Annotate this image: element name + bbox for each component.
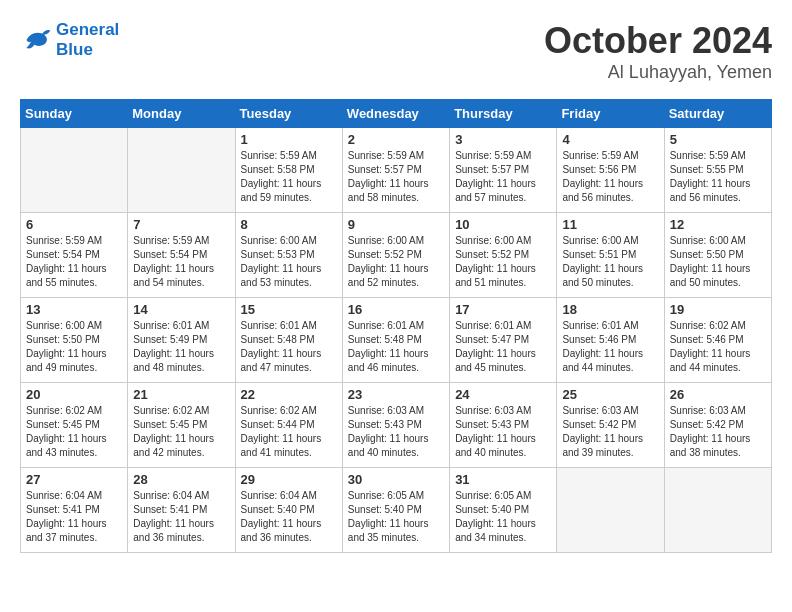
day-number: 3 [455, 132, 551, 147]
calendar-cell: 14Sunrise: 6:01 AM Sunset: 5:49 PM Dayli… [128, 298, 235, 383]
calendar-cell: 13Sunrise: 6:00 AM Sunset: 5:50 PM Dayli… [21, 298, 128, 383]
logo: General Blue [20, 20, 119, 59]
day-info: Sunrise: 5:59 AM Sunset: 5:54 PM Dayligh… [26, 234, 122, 290]
calendar-cell: 6Sunrise: 5:59 AM Sunset: 5:54 PM Daylig… [21, 213, 128, 298]
calendar-table: SundayMondayTuesdayWednesdayThursdayFrid… [20, 99, 772, 553]
day-info: Sunrise: 6:05 AM Sunset: 5:40 PM Dayligh… [348, 489, 444, 545]
weekday-header-cell: Thursday [450, 100, 557, 128]
calendar-cell: 12Sunrise: 6:00 AM Sunset: 5:50 PM Dayli… [664, 213, 771, 298]
calendar-cell [128, 128, 235, 213]
calendar-cell [557, 468, 664, 553]
day-number: 28 [133, 472, 229, 487]
calendar-cell: 10Sunrise: 6:00 AM Sunset: 5:52 PM Dayli… [450, 213, 557, 298]
day-number: 15 [241, 302, 337, 317]
calendar-row: 13Sunrise: 6:00 AM Sunset: 5:50 PM Dayli… [21, 298, 772, 383]
day-info: Sunrise: 6:02 AM Sunset: 5:44 PM Dayligh… [241, 404, 337, 460]
day-info: Sunrise: 6:01 AM Sunset: 5:46 PM Dayligh… [562, 319, 658, 375]
day-number: 29 [241, 472, 337, 487]
day-number: 13 [26, 302, 122, 317]
calendar-cell: 3Sunrise: 5:59 AM Sunset: 5:57 PM Daylig… [450, 128, 557, 213]
weekday-header-cell: Saturday [664, 100, 771, 128]
day-info: Sunrise: 5:59 AM Sunset: 5:56 PM Dayligh… [562, 149, 658, 205]
calendar-cell: 22Sunrise: 6:02 AM Sunset: 5:44 PM Dayli… [235, 383, 342, 468]
month-title: October 2024 [544, 20, 772, 62]
day-info: Sunrise: 6:00 AM Sunset: 5:50 PM Dayligh… [670, 234, 766, 290]
day-number: 27 [26, 472, 122, 487]
calendar-cell: 11Sunrise: 6:00 AM Sunset: 5:51 PM Dayli… [557, 213, 664, 298]
day-number: 25 [562, 387, 658, 402]
location-title: Al Luhayyah, Yemen [544, 62, 772, 83]
calendar-cell: 29Sunrise: 6:04 AM Sunset: 5:40 PM Dayli… [235, 468, 342, 553]
calendar-cell: 28Sunrise: 6:04 AM Sunset: 5:41 PM Dayli… [128, 468, 235, 553]
day-info: Sunrise: 6:04 AM Sunset: 5:40 PM Dayligh… [241, 489, 337, 545]
day-info: Sunrise: 6:04 AM Sunset: 5:41 PM Dayligh… [133, 489, 229, 545]
day-info: Sunrise: 5:59 AM Sunset: 5:58 PM Dayligh… [241, 149, 337, 205]
page-header: General Blue October 2024 Al Luhayyah, Y… [20, 20, 772, 83]
day-number: 26 [670, 387, 766, 402]
day-info: Sunrise: 6:03 AM Sunset: 5:42 PM Dayligh… [562, 404, 658, 460]
calendar-cell: 20Sunrise: 6:02 AM Sunset: 5:45 PM Dayli… [21, 383, 128, 468]
day-info: Sunrise: 6:00 AM Sunset: 5:51 PM Dayligh… [562, 234, 658, 290]
day-info: Sunrise: 6:01 AM Sunset: 5:47 PM Dayligh… [455, 319, 551, 375]
day-number: 21 [133, 387, 229, 402]
day-info: Sunrise: 6:01 AM Sunset: 5:49 PM Dayligh… [133, 319, 229, 375]
weekday-header-cell: Wednesday [342, 100, 449, 128]
day-number: 18 [562, 302, 658, 317]
day-number: 23 [348, 387, 444, 402]
calendar-cell: 5Sunrise: 5:59 AM Sunset: 5:55 PM Daylig… [664, 128, 771, 213]
calendar-cell: 23Sunrise: 6:03 AM Sunset: 5:43 PM Dayli… [342, 383, 449, 468]
day-number: 20 [26, 387, 122, 402]
day-number: 12 [670, 217, 766, 232]
day-info: Sunrise: 6:05 AM Sunset: 5:40 PM Dayligh… [455, 489, 551, 545]
day-info: Sunrise: 6:02 AM Sunset: 5:46 PM Dayligh… [670, 319, 766, 375]
calendar-cell: 7Sunrise: 5:59 AM Sunset: 5:54 PM Daylig… [128, 213, 235, 298]
day-number: 10 [455, 217, 551, 232]
day-number: 2 [348, 132, 444, 147]
day-number: 5 [670, 132, 766, 147]
day-info: Sunrise: 5:59 AM Sunset: 5:57 PM Dayligh… [348, 149, 444, 205]
day-number: 6 [26, 217, 122, 232]
calendar-cell: 8Sunrise: 6:00 AM Sunset: 5:53 PM Daylig… [235, 213, 342, 298]
logo-bird-icon [20, 24, 52, 56]
calendar-cell: 25Sunrise: 6:03 AM Sunset: 5:42 PM Dayli… [557, 383, 664, 468]
day-info: Sunrise: 6:01 AM Sunset: 5:48 PM Dayligh… [241, 319, 337, 375]
calendar-cell: 15Sunrise: 6:01 AM Sunset: 5:48 PM Dayli… [235, 298, 342, 383]
calendar-body: 1Sunrise: 5:59 AM Sunset: 5:58 PM Daylig… [21, 128, 772, 553]
calendar-cell: 21Sunrise: 6:02 AM Sunset: 5:45 PM Dayli… [128, 383, 235, 468]
weekday-header-cell: Tuesday [235, 100, 342, 128]
day-number: 22 [241, 387, 337, 402]
day-number: 7 [133, 217, 229, 232]
calendar-cell: 31Sunrise: 6:05 AM Sunset: 5:40 PM Dayli… [450, 468, 557, 553]
logo-text: General Blue [56, 20, 119, 59]
day-number: 11 [562, 217, 658, 232]
calendar-row: 27Sunrise: 6:04 AM Sunset: 5:41 PM Dayli… [21, 468, 772, 553]
day-number: 17 [455, 302, 551, 317]
day-info: Sunrise: 6:01 AM Sunset: 5:48 PM Dayligh… [348, 319, 444, 375]
day-number: 30 [348, 472, 444, 487]
day-info: Sunrise: 6:00 AM Sunset: 5:53 PM Dayligh… [241, 234, 337, 290]
calendar-cell: 19Sunrise: 6:02 AM Sunset: 5:46 PM Dayli… [664, 298, 771, 383]
day-number: 8 [241, 217, 337, 232]
day-info: Sunrise: 6:00 AM Sunset: 5:52 PM Dayligh… [455, 234, 551, 290]
day-number: 19 [670, 302, 766, 317]
day-number: 4 [562, 132, 658, 147]
day-info: Sunrise: 6:02 AM Sunset: 5:45 PM Dayligh… [133, 404, 229, 460]
day-number: 31 [455, 472, 551, 487]
day-info: Sunrise: 6:03 AM Sunset: 5:43 PM Dayligh… [348, 404, 444, 460]
day-info: Sunrise: 6:03 AM Sunset: 5:42 PM Dayligh… [670, 404, 766, 460]
title-block: October 2024 Al Luhayyah, Yemen [544, 20, 772, 83]
calendar-cell: 1Sunrise: 5:59 AM Sunset: 5:58 PM Daylig… [235, 128, 342, 213]
day-info: Sunrise: 5:59 AM Sunset: 5:55 PM Dayligh… [670, 149, 766, 205]
weekday-header-cell: Friday [557, 100, 664, 128]
weekday-header-cell: Monday [128, 100, 235, 128]
calendar-cell: 26Sunrise: 6:03 AM Sunset: 5:42 PM Dayli… [664, 383, 771, 468]
calendar-cell: 2Sunrise: 5:59 AM Sunset: 5:57 PM Daylig… [342, 128, 449, 213]
calendar-cell: 17Sunrise: 6:01 AM Sunset: 5:47 PM Dayli… [450, 298, 557, 383]
day-info: Sunrise: 5:59 AM Sunset: 5:57 PM Dayligh… [455, 149, 551, 205]
day-info: Sunrise: 6:00 AM Sunset: 5:50 PM Dayligh… [26, 319, 122, 375]
day-number: 14 [133, 302, 229, 317]
day-info: Sunrise: 5:59 AM Sunset: 5:54 PM Dayligh… [133, 234, 229, 290]
day-info: Sunrise: 6:02 AM Sunset: 5:45 PM Dayligh… [26, 404, 122, 460]
day-number: 16 [348, 302, 444, 317]
calendar-cell: 18Sunrise: 6:01 AM Sunset: 5:46 PM Dayli… [557, 298, 664, 383]
